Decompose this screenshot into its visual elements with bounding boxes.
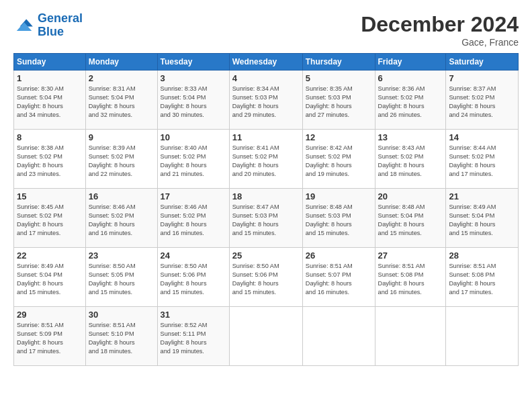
day-number: 3 — [161, 73, 226, 83]
day-info: Sunrise: 8:39 AMSunset: 5:02 PMDaylight:… — [89, 144, 154, 179]
day-number: 1 — [17, 73, 83, 83]
day-number: 19 — [306, 191, 372, 201]
calendar-cell: 23Sunrise: 8:50 AMSunset: 5:05 PMDayligh… — [85, 248, 157, 307]
calendar-cell: 11Sunrise: 8:41 AMSunset: 5:02 PMDayligh… — [229, 130, 302, 189]
day-number: 31 — [161, 310, 226, 320]
calendar-cell: 22Sunrise: 8:49 AMSunset: 5:04 PMDayligh… — [14, 248, 86, 307]
calendar-cell: 5Sunrise: 8:35 AMSunset: 5:03 PMDaylight… — [302, 71, 375, 130]
day-info: Sunrise: 8:35 AMSunset: 5:03 PMDaylight:… — [306, 85, 372, 120]
day-number: 29 — [17, 310, 83, 320]
day-number: 2 — [89, 73, 154, 83]
calendar-cell: 18Sunrise: 8:47 AMSunset: 5:03 PMDayligh… — [229, 189, 302, 248]
header-row: Sunday Monday Tuesday Wednesday Thursday… — [14, 54, 519, 71]
day-number: 27 — [378, 250, 443, 261]
day-info: Sunrise: 8:49 AMSunset: 5:04 PMDaylight:… — [17, 262, 83, 297]
day-info: Sunrise: 8:47 AMSunset: 5:03 PMDaylight:… — [232, 203, 300, 238]
calendar-cell: 16Sunrise: 8:46 AMSunset: 5:02 PMDayligh… — [85, 189, 157, 248]
day-number: 30 — [89, 310, 154, 320]
location: Gace, France — [361, 37, 519, 48]
col-thursday: Thursday — [302, 54, 375, 71]
calendar-cell — [375, 307, 446, 366]
day-info: Sunrise: 8:37 AMSunset: 5:02 PMDaylight:… — [449, 85, 515, 120]
day-number: 15 — [17, 191, 83, 201]
calendar-week-4: 22Sunrise: 8:49 AMSunset: 5:04 PMDayligh… — [14, 248, 519, 307]
day-info: Sunrise: 8:44 AMSunset: 5:02 PMDaylight:… — [449, 144, 515, 179]
day-info: Sunrise: 8:36 AMSunset: 5:02 PMDaylight:… — [378, 85, 443, 120]
day-number: 16 — [89, 191, 154, 201]
day-number: 21 — [449, 191, 515, 201]
day-number: 25 — [232, 250, 300, 261]
calendar-cell: 7Sunrise: 8:37 AMSunset: 5:02 PMDaylight… — [446, 71, 519, 130]
day-info: Sunrise: 8:50 AMSunset: 5:05 PMDaylight:… — [89, 262, 154, 297]
calendar: Sunday Monday Tuesday Wednesday Thursday… — [13, 53, 519, 366]
col-sunday: Sunday — [14, 54, 86, 71]
calendar-week-3: 15Sunrise: 8:45 AMSunset: 5:02 PMDayligh… — [14, 189, 519, 248]
day-number: 17 — [161, 191, 226, 201]
day-number: 4 — [232, 73, 300, 83]
day-info: Sunrise: 8:43 AMSunset: 5:02 PMDaylight:… — [378, 144, 443, 179]
day-number: 9 — [89, 132, 154, 142]
calendar-cell: 14Sunrise: 8:44 AMSunset: 5:02 PMDayligh… — [446, 130, 519, 189]
calendar-cell: 19Sunrise: 8:48 AMSunset: 5:03 PMDayligh… — [302, 189, 375, 248]
day-info: Sunrise: 8:38 AMSunset: 5:02 PMDaylight:… — [17, 144, 83, 179]
day-number: 14 — [449, 132, 515, 142]
calendar-header: Sunday Monday Tuesday Wednesday Thursday… — [14, 54, 519, 71]
day-number: 8 — [17, 132, 83, 142]
calendar-cell: 4Sunrise: 8:34 AMSunset: 5:03 PMDaylight… — [229, 71, 302, 130]
day-number: 26 — [306, 250, 372, 261]
calendar-cell: 1Sunrise: 8:30 AMSunset: 5:04 PMDaylight… — [14, 71, 86, 130]
calendar-cell: 31Sunrise: 8:52 AMSunset: 5:11 PMDayligh… — [157, 307, 229, 366]
day-info: Sunrise: 8:49 AMSunset: 5:04 PMDaylight:… — [449, 203, 515, 238]
day-info: Sunrise: 8:40 AMSunset: 5:02 PMDaylight:… — [161, 144, 226, 179]
day-info: Sunrise: 8:46 AMSunset: 5:02 PMDaylight:… — [89, 203, 154, 238]
calendar-body: 1Sunrise: 8:30 AMSunset: 5:04 PMDaylight… — [14, 71, 519, 366]
calendar-cell: 27Sunrise: 8:51 AMSunset: 5:08 PMDayligh… — [375, 248, 446, 307]
day-info: Sunrise: 8:50 AMSunset: 5:06 PMDaylight:… — [232, 262, 300, 297]
day-info: Sunrise: 8:46 AMSunset: 5:02 PMDaylight:… — [161, 203, 226, 238]
calendar-cell: 30Sunrise: 8:51 AMSunset: 5:10 PMDayligh… — [85, 307, 157, 366]
day-info: Sunrise: 8:33 AMSunset: 5:04 PMDaylight:… — [161, 85, 226, 120]
logo-line1: General — [38, 11, 83, 25]
day-number: 5 — [306, 73, 372, 83]
calendar-cell: 28Sunrise: 8:51 AMSunset: 5:08 PMDayligh… — [446, 248, 519, 307]
col-saturday: Saturday — [446, 54, 519, 71]
calendar-cell — [229, 307, 302, 366]
col-wednesday: Wednesday — [229, 54, 302, 71]
day-info: Sunrise: 8:31 AMSunset: 5:04 PMDaylight:… — [89, 85, 154, 120]
month-title: December 2024 — [361, 12, 519, 37]
title-block: December 2024 Gace, France — [361, 12, 519, 48]
logo-line2: Blue — [38, 25, 64, 38]
calendar-week-1: 1Sunrise: 8:30 AMSunset: 5:04 PMDaylight… — [14, 71, 519, 130]
day-number: 28 — [449, 250, 515, 261]
logo-icon — [13, 15, 35, 36]
day-info: Sunrise: 8:34 AMSunset: 5:03 PMDaylight:… — [232, 85, 300, 120]
col-tuesday: Tuesday — [157, 54, 229, 71]
day-number: 11 — [232, 132, 300, 142]
calendar-cell: 9Sunrise: 8:39 AMSunset: 5:02 PMDaylight… — [85, 130, 157, 189]
day-number: 6 — [378, 73, 443, 83]
day-info: Sunrise: 8:52 AMSunset: 5:11 PMDaylight:… — [161, 321, 226, 356]
calendar-cell: 2Sunrise: 8:31 AMSunset: 5:04 PMDaylight… — [85, 71, 157, 130]
day-info: Sunrise: 8:41 AMSunset: 5:02 PMDaylight:… — [232, 144, 300, 179]
day-number: 12 — [306, 132, 372, 142]
day-number: 20 — [378, 191, 443, 201]
calendar-cell: 15Sunrise: 8:45 AMSunset: 5:02 PMDayligh… — [14, 189, 86, 248]
calendar-cell — [302, 307, 375, 366]
calendar-cell — [446, 307, 519, 366]
day-number: 18 — [232, 191, 300, 201]
calendar-cell: 21Sunrise: 8:49 AMSunset: 5:04 PMDayligh… — [446, 189, 519, 248]
day-info: Sunrise: 8:45 AMSunset: 5:02 PMDaylight:… — [17, 203, 83, 238]
day-number: 7 — [449, 73, 515, 83]
calendar-cell: 10Sunrise: 8:40 AMSunset: 5:02 PMDayligh… — [157, 130, 229, 189]
calendar-cell: 6Sunrise: 8:36 AMSunset: 5:02 PMDaylight… — [375, 71, 446, 130]
page: General Blue December 2024 Gace, France … — [0, 0, 532, 411]
calendar-cell: 20Sunrise: 8:48 AMSunset: 5:04 PMDayligh… — [375, 189, 446, 248]
day-number: 23 — [89, 250, 154, 261]
day-info: Sunrise: 8:42 AMSunset: 5:02 PMDaylight:… — [306, 144, 372, 179]
day-info: Sunrise: 8:48 AMSunset: 5:03 PMDaylight:… — [306, 203, 372, 238]
logo-text: General Blue — [38, 12, 83, 39]
calendar-cell: 17Sunrise: 8:46 AMSunset: 5:02 PMDayligh… — [157, 189, 229, 248]
day-number: 22 — [17, 250, 83, 261]
day-info: Sunrise: 8:51 AMSunset: 5:07 PMDaylight:… — [306, 262, 372, 297]
calendar-cell: 8Sunrise: 8:38 AMSunset: 5:02 PMDaylight… — [14, 130, 86, 189]
